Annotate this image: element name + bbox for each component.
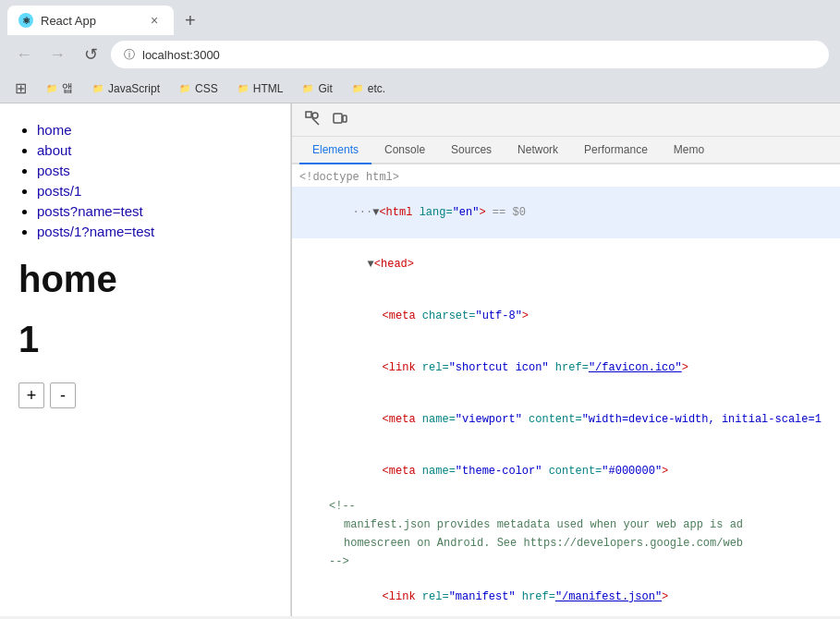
bookmark-git[interactable]: 📁 Git	[298, 80, 335, 97]
nav-link-about[interactable]: about	[37, 142, 72, 158]
head-tag: <head>	[374, 258, 414, 271]
rel2-attr: rel=	[416, 590, 449, 603]
bookmark-css[interactable]: 📁 CSS	[175, 80, 222, 97]
active-tab[interactable]: ⚛ React App ×	[7, 6, 174, 35]
counter-display: 1	[18, 319, 272, 360]
content-attr: content=	[522, 413, 582, 426]
apps-icon[interactable]: ⊞	[11, 78, 30, 99]
tab-elements[interactable]: Elements	[299, 137, 371, 164]
meta2-tag: <meta	[383, 413, 416, 426]
charset-val: "utf-8"	[475, 310, 521, 322]
html-line-doctype: <!doctype html>	[292, 168, 840, 187]
html-line-html[interactable]: ···▼<html lang="en"> == $0	[292, 187, 840, 238]
address-bar: ← → ↺ ⓘ localhost:3000	[0, 35, 840, 74]
new-tab-button[interactable]: +	[177, 6, 203, 35]
nav-list: home about posts posts/1 posts?name=test…	[18, 122, 272, 240]
nav-link-posts-1[interactable]: posts/1	[37, 183, 81, 199]
bookmark-apps[interactable]: 📁 앱	[42, 79, 77, 98]
devtools-toolbar	[292, 103, 840, 137]
bookmark-css-label: CSS	[195, 82, 218, 95]
html-line-comment1-open: <!--	[292, 497, 840, 516]
inspect-element-button[interactable]	[299, 107, 325, 132]
content2-attr: content=	[542, 465, 602, 478]
tab-title: React App	[41, 14, 139, 28]
bookmark-javascript[interactable]: 📁 JavaScript	[88, 80, 164, 97]
html-tag-close: >	[479, 206, 485, 219]
bookmark-etc[interactable]: 📁 etc.	[347, 80, 389, 97]
svg-rect-0	[306, 112, 311, 117]
meta3-close: >	[662, 465, 668, 478]
devtools-html-content[interactable]: <!doctype html> ···▼<html lang="en"> == …	[292, 164, 840, 616]
tab-sources[interactable]: Sources	[438, 137, 505, 164]
href-attr: href=	[549, 361, 589, 374]
html-eq: == $0	[486, 206, 526, 219]
tab-favicon: ⚛	[18, 13, 33, 28]
href2-val[interactable]: "/manifest.json"	[555, 590, 662, 603]
page-content: home about posts posts/1 posts?name=test…	[0, 103, 291, 616]
url-text: localhost:3000	[142, 48, 816, 62]
tab-performance[interactable]: Performance	[571, 137, 661, 164]
html-line-comment1-close: -->	[292, 552, 840, 571]
tab-memory[interactable]: Memo	[661, 137, 717, 164]
url-bar[interactable]: ⓘ localhost:3000	[111, 41, 829, 68]
browser-chrome: ⚛ React App × + ← → ↺ ⓘ localhost:3000 ⊞…	[0, 0, 840, 103]
devtools-tabs: Elements Console Sources Network Perform…	[292, 137, 840, 164]
nav-link-home[interactable]: home	[37, 122, 72, 138]
svg-rect-3	[343, 115, 347, 122]
meta-close: >	[522, 310, 529, 322]
tab-network[interactable]: Network	[505, 137, 571, 164]
nav-link-posts-query[interactable]: posts?name=test	[37, 203, 143, 219]
link-close: >	[682, 361, 688, 374]
list-item: about	[37, 142, 272, 159]
content2-val: "#000000"	[602, 465, 662, 478]
html-line-comment1-2: homescreen on Android. See https://devel…	[292, 534, 840, 552]
html-tag: <html	[379, 206, 412, 219]
increment-button[interactable]: +	[18, 382, 44, 408]
html-line-meta-viewport: <meta name="viewport" content="width=dev…	[292, 394, 840, 445]
forward-button[interactable]: →	[44, 42, 70, 67]
list-item: posts?name=test	[37, 203, 272, 220]
link-tag: <link	[383, 361, 416, 374]
nav-link-posts[interactable]: posts	[37, 163, 70, 178]
html-line-head-open[interactable]: ▼<head>	[292, 238, 840, 290]
bookmark-apps-label: 앱	[62, 80, 73, 96]
devtools-panel: Elements Console Sources Network Perform…	[291, 103, 840, 616]
bookmark-etc-label: etc.	[368, 82, 385, 95]
device-toggle-button[interactable]	[327, 107, 353, 132]
html-attr: lang=	[412, 206, 452, 219]
back-button[interactable]: ←	[11, 42, 37, 67]
main-area: home about posts posts/1 posts?name=test…	[0, 103, 840, 616]
svg-point-1	[312, 113, 318, 118]
bookmark-html-icon: 📁	[237, 82, 250, 95]
bookmarks-bar: ⊞ 📁 앱 📁 JavaScript 📁 CSS 📁 HTML 📁 Git 📁 …	[0, 74, 840, 103]
href2-attr: href=	[516, 590, 555, 603]
name2-val: "theme-color"	[456, 465, 542, 478]
bookmark-html-label: HTML	[253, 82, 284, 95]
bookmark-etc-icon: 📁	[351, 82, 364, 95]
lock-icon: ⓘ	[124, 47, 135, 63]
bookmark-html[interactable]: 📁 HTML	[233, 80, 287, 97]
tab-close-button[interactable]: ×	[146, 12, 163, 29]
name-attr: name=	[416, 413, 456, 426]
html-line-meta-theme: <meta name="theme-color" content="#00000…	[292, 445, 840, 497]
html-line-link-manifest: <link rel="manifest" href="/manifest.jso…	[292, 571, 840, 616]
nav-link-posts-1-query[interactable]: posts/1?name=test	[37, 224, 154, 239]
meta3-tag: <meta	[383, 465, 416, 478]
rel-val: "shortcut icon"	[449, 361, 549, 374]
rel-attr: rel=	[416, 361, 449, 374]
tab-console[interactable]: Console	[371, 137, 438, 164]
tab-bar: ⚛ React App × +	[0, 0, 840, 35]
head-arrow[interactable]: ▼	[368, 258, 374, 271]
svg-rect-2	[334, 114, 342, 123]
decrement-button[interactable]: -	[50, 382, 76, 408]
ellipsis: ···	[353, 206, 373, 219]
rel2-val: "manifest"	[449, 590, 516, 603]
content-val: "width=device-width, initial-scale=1	[582, 413, 822, 426]
bookmark-git-icon: 📁	[301, 82, 314, 95]
html-line-meta-charset: <meta charset="utf-8">	[292, 290, 840, 342]
reload-button[interactable]: ↺	[78, 42, 103, 67]
link2-tag: <link	[383, 590, 416, 603]
html-line-link-icon: <link rel="shortcut icon" href="/favicon…	[292, 342, 840, 394]
href-val[interactable]: "/favicon.ico"	[589, 361, 682, 374]
list-item: home	[37, 122, 272, 139]
